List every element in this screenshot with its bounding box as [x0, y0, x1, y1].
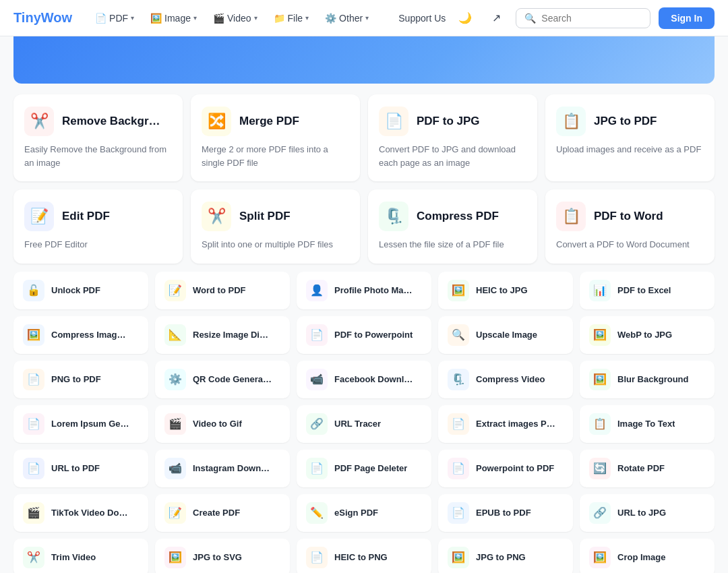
compact-card-url-tracer[interactable]: 🔗 URL Tracer — [297, 405, 431, 443]
tool-label: Trim Video — [51, 552, 96, 562]
featured-card-split-pdf[interactable]: ✂️ Split PDF Split into one or multiple … — [191, 189, 360, 264]
nav-pdf[interactable]: 📄 PDF ▾ — [88, 9, 141, 28]
compact-row-6: ✂️ Trim Video 🖼️ JPG to SVG 📄 HEIC to PN… — [13, 539, 715, 574]
compact-card-create-pdf[interactable]: 📝 Create PDF — [155, 494, 290, 532]
tool-icon: 📝 — [24, 202, 54, 231]
image-icon: 🖼️ — [150, 13, 162, 24]
featured-card-merge-pdf[interactable]: 🔀 Merge PDF Merge 2 or more PDF files in… — [191, 94, 360, 181]
share-button[interactable]: ↗ — [485, 7, 508, 30]
compact-card-jpg-to-svg[interactable]: 🖼️ JPG to SVG — [155, 539, 290, 574]
compact-card-heic-to-png[interactable]: 📄 HEIC to PNG — [297, 539, 431, 574]
compact-card-qr-code[interactable]: ⚙️ QR Code Genera… — [155, 361, 290, 398]
tool-label: JPG to SVG — [193, 552, 242, 562]
tool-icon: 📊 — [589, 280, 611, 301]
compact-card-pdf-to-ppt[interactable]: 📄 PDF to Powerpoint — [297, 316, 431, 354]
chevron-down-icon: ▾ — [193, 14, 197, 22]
tool-icon: 🖼️ — [589, 547, 611, 568]
tool-icon: 📋 — [589, 413, 611, 435]
tool-label: PNG to PDF — [51, 374, 101, 384]
sign-in-button[interactable]: Sign In — [659, 7, 715, 29]
compact-card-trim-video[interactable]: ✂️ Trim Video — [13, 539, 148, 574]
featured-grid-2: 📝 Edit PDF Free PDF Editor ✂️ Split PDF … — [13, 189, 715, 264]
compact-card-jpg-to-png[interactable]: 🖼️ JPG to PNG — [438, 539, 573, 574]
nav-file[interactable]: 📁 File ▾ — [267, 9, 316, 28]
card-title: Merge PDF — [239, 115, 299, 128]
card-title: Compress PDF — [417, 210, 499, 223]
tool-icon: 📝 — [164, 502, 186, 524]
featured-card-pdf-to-jpg[interactable]: 📄 PDF to JPG Convert PDF to JPG and down… — [368, 94, 537, 181]
compact-card-lorem-ipsum[interactable]: 📄 Lorem Ipsum Ge… — [13, 405, 148, 443]
compact-row-2: 📄 PNG to PDF ⚙️ QR Code Genera… 📹 Facebo… — [13, 361, 715, 398]
tool-icon: 🗜️ — [448, 369, 469, 390]
search-input[interactable] — [541, 13, 642, 24]
tool-label: PDF to Excel — [617, 285, 671, 295]
logo-tiny: Tiny — [13, 10, 41, 25]
compact-card-upscale-image[interactable]: 🔍 Upscale Image — [438, 316, 573, 354]
compact-card-video-to-gif[interactable]: 🎬 Video to Gif — [155, 405, 290, 443]
compact-card-pdf-to-excel[interactable]: 📊 PDF to Excel — [580, 272, 715, 309]
compact-card-epub-to-pdf[interactable]: 📄 EPUB to PDF — [438, 494, 573, 532]
card-title: PDF to JPG — [417, 115, 480, 128]
compact-card-facebook-dl[interactable]: 📹 Facebook Downl… — [297, 361, 431, 398]
tool-icon: 🔗 — [589, 502, 611, 524]
compact-card-rotate-pdf[interactable]: 🔄 Rotate PDF — [580, 450, 715, 487]
tool-icon: ✂️ — [24, 107, 54, 136]
tool-label: TikTok Video Do… — [51, 508, 127, 518]
compact-card-compress-video[interactable]: 🗜️ Compress Video — [438, 361, 573, 398]
compact-card-url-to-pdf[interactable]: 📄 URL to PDF — [13, 450, 148, 487]
compact-card-url-to-jpg[interactable]: 🔗 URL to JPG — [580, 494, 715, 532]
compact-card-ppt-to-pdf[interactable]: 📄 Powerpoint to PDF — [438, 450, 573, 487]
compact-card-profile-photo-ma[interactable]: 👤 Profile Photo Ma… — [297, 272, 431, 309]
header-right: Support Us 🌙 ↗ 🔍 Sign In — [398, 7, 715, 30]
nav-other-label: Other — [339, 13, 363, 24]
nav-other[interactable]: ⚙️ Other ▾ — [318, 9, 375, 28]
compact-card-unlock-pdf[interactable]: 🔓 Unlock PDF — [13, 272, 148, 309]
tool-label: URL Tracer — [334, 419, 381, 429]
nav-video[interactable]: 🎬 Video ▾ — [206, 9, 264, 28]
compact-card-heic-to-jpg[interactable]: 🖼️ HEIC to JPG — [438, 272, 573, 309]
featured-card-remove-bg[interactable]: ✂️ Remove Backgr… Easily Remove the Back… — [13, 94, 183, 181]
tool-label: eSign PDF — [334, 508, 378, 518]
tool-icon: 📄 — [379, 107, 408, 136]
compact-card-word-to-pdf[interactable]: 📝 Word to PDF — [155, 272, 290, 309]
tool-icon: ✏️ — [306, 502, 328, 524]
tool-icon: ✂️ — [23, 547, 44, 568]
compact-card-image-to-text[interactable]: 📋 Image To Text — [580, 405, 715, 443]
tool-label: Video to Gif — [193, 419, 242, 429]
tool-label: PDF to Powerpoint — [334, 330, 413, 340]
tool-icon: 📄 — [448, 502, 469, 524]
tool-icon: 📐 — [164, 324, 186, 346]
header: TinyWow 📄 PDF ▾ 🖼️ Image ▾ 🎬 Video ▾ 📁 F… — [0, 0, 728, 36]
compact-card-crop-image[interactable]: 🖼️ Crop Image — [580, 539, 715, 574]
tool-icon: 📄 — [23, 413, 44, 435]
tool-icon: 🔍 — [448, 324, 469, 346]
card-desc: Easily Remove the Background from an ima… — [24, 143, 172, 169]
tool-icon: 📄 — [306, 547, 328, 568]
tool-icon: 📄 — [23, 458, 44, 479]
chevron-down-icon: ▾ — [131, 14, 134, 22]
card-desc: Convert PDF to JPG and download each pag… — [379, 143, 526, 169]
tool-label: Unlock PDF — [51, 285, 100, 295]
compact-card-blur-bg[interactable]: 🖼️ Blur Background — [580, 361, 715, 398]
compact-card-resize-image[interactable]: 📐 Resize Image Di… — [155, 316, 290, 354]
featured-card-jpg-to-pdf[interactable]: 📋 JPG to PDF Upload images and receive a… — [545, 94, 715, 181]
tool-label: Lorem Ipsum Ge… — [51, 419, 129, 429]
tool-label: URL to PDF — [51, 463, 100, 473]
compact-card-png-to-pdf[interactable]: 📄 PNG to PDF — [13, 361, 148, 398]
card-title: Edit PDF — [62, 210, 110, 223]
tool-icon: 📝 — [164, 280, 186, 301]
compact-card-extract-images[interactable]: 📄 Extract images P… — [438, 405, 573, 443]
compact-card-pdf-page-delete[interactable]: 📄 PDF Page Deleter — [297, 450, 431, 487]
compact-card-compress-image[interactable]: 🖼️ Compress Imag… — [13, 316, 148, 354]
compact-card-tiktok-dl[interactable]: 🎬 TikTok Video Do… — [13, 494, 148, 532]
featured-card-compress-pdf[interactable]: 🗜️ Compress PDF Lessen the file size of … — [368, 189, 537, 264]
featured-card-edit-pdf[interactable]: 📝 Edit PDF Free PDF Editor — [13, 189, 183, 264]
logo[interactable]: TinyWow — [13, 10, 72, 26]
compact-card-webp-to-jpg[interactable]: 🖼️ WebP to JPG — [580, 316, 715, 354]
nav-image[interactable]: 🖼️ Image ▾ — [144, 9, 204, 28]
dark-mode-button[interactable]: 🌙 — [454, 7, 477, 30]
featured-card-pdf-to-word[interactable]: 📋 PDF to Word Convert a PDF to Word Docu… — [545, 189, 715, 264]
compact-card-esign-pdf[interactable]: ✏️ eSign PDF — [297, 494, 431, 532]
support-link[interactable]: Support Us — [398, 13, 446, 24]
compact-card-instagram-dl[interactable]: 📹 Instagram Down… — [155, 450, 290, 487]
